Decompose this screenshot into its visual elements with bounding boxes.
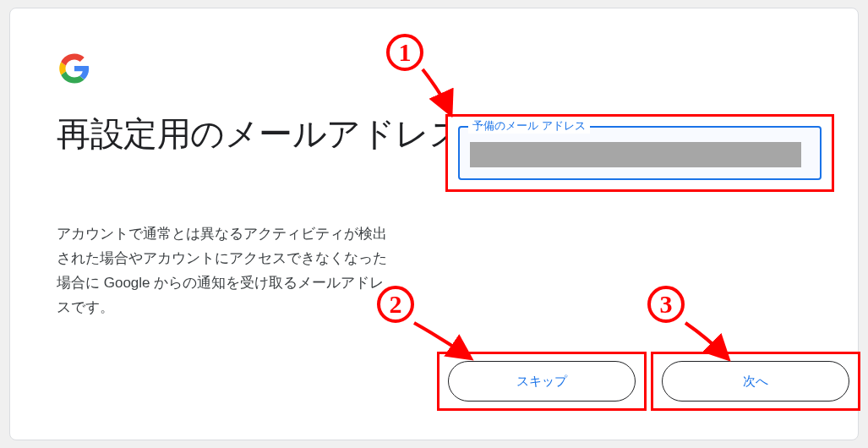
button-row: スキップ 次へ bbox=[437, 352, 860, 411]
annotation-marker-2: 2 bbox=[377, 286, 414, 323]
annotation-box-3: 次へ bbox=[651, 352, 860, 411]
input-label: 予備のメール アドレス bbox=[468, 118, 590, 134]
google-logo-icon bbox=[57, 51, 92, 86]
recovery-email-input[interactable]: 予備のメール アドレス bbox=[458, 126, 822, 180]
dialog-card: 再設定用のメールアドレスを追加 アカウントで通常とは異なるアクティビティが検出さ… bbox=[9, 8, 859, 440]
annotation-box-1: 予備のメール アドレス bbox=[445, 114, 834, 192]
skip-button[interactable]: スキップ bbox=[448, 361, 636, 402]
annotation-box-2: スキップ bbox=[437, 352, 647, 411]
next-button[interactable]: 次へ bbox=[662, 361, 849, 402]
redacted-value bbox=[470, 142, 801, 167]
annotation-marker-1: 1 bbox=[386, 34, 423, 71]
annotation-marker-3: 3 bbox=[647, 286, 685, 323]
page-description: アカウントで通常とは異なるアクティビティが検出された場合やアカウントにアクセスで… bbox=[57, 222, 395, 320]
